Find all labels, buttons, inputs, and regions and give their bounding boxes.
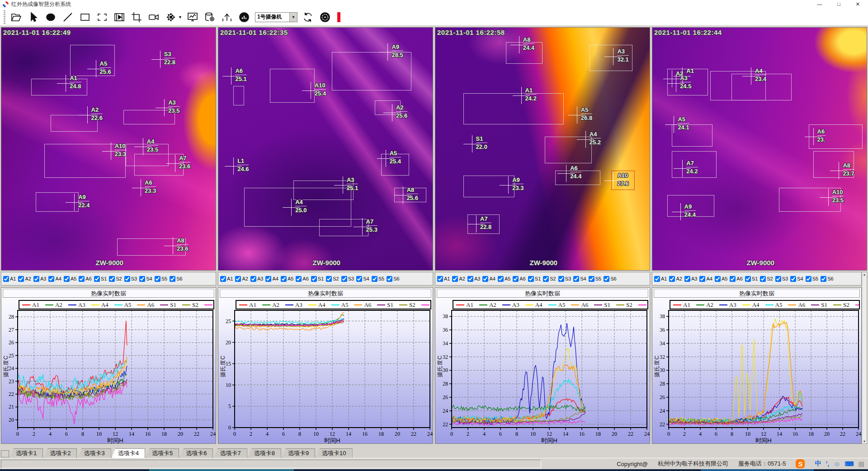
checkbox-input-s4[interactable] — [139, 276, 145, 282]
checkbox-s2[interactable]: S2 — [543, 276, 556, 282]
checkbox-input-a1[interactable] — [3, 276, 9, 282]
camera-button[interactable] — [147, 10, 160, 24]
refresh-button[interactable] — [302, 10, 315, 24]
checkbox-a5[interactable]: A5 — [498, 276, 510, 282]
checkbox-a5[interactable]: A5 — [715, 276, 727, 282]
checkbox-s1[interactable]: S1 — [745, 276, 758, 282]
checkbox-a1[interactable]: A1 — [654, 276, 667, 282]
checkbox-a2[interactable]: A2 — [18, 276, 31, 282]
checkbox-s1[interactable]: S1 — [528, 276, 541, 282]
checkbox-input-s4[interactable] — [790, 276, 796, 282]
checkbox-a2[interactable]: A2 — [235, 276, 248, 282]
checkbox-input-a4[interactable] — [482, 276, 488, 282]
checkbox-s6[interactable]: S6 — [821, 276, 833, 282]
checkbox-s4[interactable]: S4 — [573, 276, 586, 282]
checkbox-a2[interactable]: A2 — [452, 276, 465, 282]
rect-tool-button[interactable] — [78, 10, 91, 24]
checkbox-s5[interactable]: S5 — [155, 276, 167, 282]
scroll-up-icon[interactable]: ▲ — [863, 273, 866, 276]
checkbox-input-s3[interactable] — [124, 276, 130, 282]
ime-keyboard-icon[interactable]: ⌨ — [845, 460, 854, 467]
chart-scrollbar[interactable]: ▲▼ — [862, 272, 867, 444]
checkbox-s3[interactable]: S3 — [124, 276, 137, 282]
checkbox-input-a3[interactable] — [250, 276, 256, 282]
checkbox-s5[interactable]: S5 — [806, 276, 818, 282]
checkbox-input-s3[interactable] — [775, 276, 781, 282]
monitor-chart-button[interactable] — [186, 10, 199, 24]
select-cursor-button[interactable] — [27, 10, 40, 24]
camera-select[interactable]: 1号摄像机 ▼ — [255, 12, 297, 22]
checkbox-input-a4[interactable] — [699, 276, 705, 282]
checkbox-s6[interactable]: S6 — [604, 276, 616, 282]
checkbox-input-a4[interactable] — [265, 276, 271, 282]
checkbox-a3[interactable]: A3 — [33, 276, 46, 282]
checkbox-a4[interactable]: A4 — [699, 276, 712, 282]
checkbox-a6[interactable]: A6 — [513, 276, 525, 282]
checkbox-input-a1[interactable] — [437, 276, 443, 282]
tab-选项卡6[interactable]: 选项卡6 — [179, 448, 213, 458]
tab-选项卡1[interactable]: 选项卡1 — [9, 448, 43, 458]
checkbox-s1[interactable]: S1 — [311, 276, 324, 282]
checkbox-a3[interactable]: A3 — [250, 276, 263, 282]
checkbox-input-s5[interactable] — [155, 276, 160, 282]
checkbox-s4[interactable]: S4 — [356, 276, 369, 282]
maximize-button[interactable]: □ — [837, 1, 840, 7]
settings-dropdown-icon[interactable]: ▼ — [178, 15, 182, 19]
checkbox-input-a2[interactable] — [235, 276, 241, 282]
checkbox-a6[interactable]: A6 — [730, 276, 742, 282]
checkbox-input-s1[interactable] — [94, 276, 100, 282]
tab-选项卡5[interactable]: 选项卡5 — [146, 448, 179, 458]
checkbox-input-a2[interactable] — [18, 276, 24, 282]
checkbox-a6[interactable]: A6 — [296, 276, 308, 282]
scroll-down-icon[interactable]: ▼ — [863, 440, 866, 443]
ime-language-icon[interactable]: 中 — [815, 460, 821, 468]
stats-button[interactable] — [238, 10, 251, 24]
video-play-button[interactable] — [113, 10, 126, 24]
ime-emoji-icon[interactable]: ☺ — [834, 460, 840, 467]
checkbox-s1[interactable]: S1 — [94, 276, 107, 282]
checkbox-a4[interactable]: A4 — [265, 276, 278, 282]
checkbox-a6[interactable]: A6 — [79, 276, 91, 282]
checkbox-input-a5[interactable] — [498, 276, 504, 282]
checkbox-a4[interactable]: A4 — [48, 276, 61, 282]
tab-选项卡8[interactable]: 选项卡8 — [248, 448, 281, 458]
checkbox-a2[interactable]: A2 — [669, 276, 682, 282]
checkbox-input-s6[interactable] — [604, 276, 609, 282]
ime-sogou-icon[interactable]: S — [796, 459, 805, 468]
checkbox-input-a3[interactable] — [684, 276, 690, 282]
checkbox-s4[interactable]: S4 — [139, 276, 152, 282]
checkbox-input-s1[interactable] — [311, 276, 317, 282]
checkbox-a1[interactable]: A1 — [220, 276, 233, 282]
checkbox-s3[interactable]: S3 — [341, 276, 354, 282]
checkbox-input-a3[interactable] — [467, 276, 473, 282]
checkbox-s4[interactable]: S4 — [790, 276, 803, 282]
checkbox-input-a5[interactable] — [64, 276, 70, 282]
close-button[interactable]: ✕ — [856, 1, 860, 7]
checkbox-input-s3[interactable] — [558, 276, 564, 282]
checkbox-input-s1[interactable] — [528, 276, 534, 282]
checkbox-a4[interactable]: A4 — [482, 276, 495, 282]
checkbox-input-s3[interactable] — [341, 276, 347, 282]
checkbox-s2[interactable]: S2 — [109, 276, 122, 282]
checkbox-s6[interactable]: S6 — [387, 276, 399, 282]
open-file-button[interactable] — [9, 10, 23, 24]
checkbox-input-s5[interactable] — [589, 276, 594, 282]
ime-punctuation-icon[interactable]: ’, — [826, 460, 829, 467]
upload-button[interactable] — [221, 10, 234, 24]
checkbox-input-s2[interactable] — [760, 276, 766, 282]
checkbox-input-a2[interactable] — [452, 276, 458, 282]
tab-选项卡9[interactable]: 选项卡9 — [282, 448, 315, 458]
checkbox-s3[interactable]: S3 — [558, 276, 571, 282]
checkbox-input-s4[interactable] — [573, 276, 579, 282]
checkbox-input-a4[interactable] — [48, 276, 54, 282]
checkbox-input-s2[interactable] — [326, 276, 332, 282]
checkbox-input-a6[interactable] — [513, 276, 519, 282]
checkbox-a1[interactable]: A1 — [437, 276, 450, 282]
checkbox-input-s4[interactable] — [356, 276, 362, 282]
checkbox-input-s5[interactable] — [372, 276, 377, 282]
checkbox-input-a1[interactable] — [654, 276, 660, 282]
checkbox-s3[interactable]: S3 — [775, 276, 788, 282]
tab-选项卡2[interactable]: 选项卡2 — [43, 448, 77, 458]
chevron-down-icon[interactable]: ▼ — [289, 13, 297, 22]
record-button[interactable] — [319, 10, 332, 24]
